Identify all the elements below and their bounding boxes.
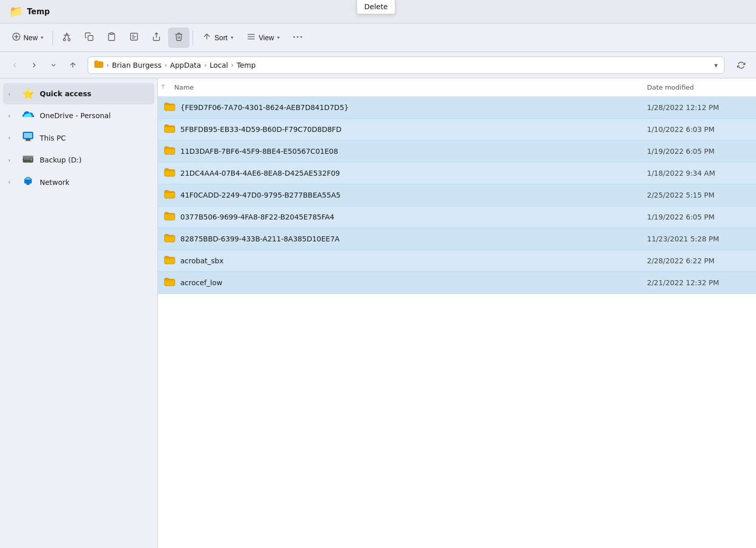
path-sep-1: › (165, 62, 167, 69)
path-sep-2: › (204, 62, 207, 69)
delete-icon (174, 32, 183, 43)
backup-label: Backup (D:) (40, 156, 82, 164)
rename-button[interactable] (123, 28, 145, 48)
delete-button[interactable] (168, 28, 190, 48)
svg-point-3 (63, 38, 66, 41)
cut-button[interactable] (56, 28, 77, 48)
file-row-name: 11D3DAFB-7BF6-45F9-8BE4-E50567C01E08 (180, 147, 639, 155)
toolbar-sep-2 (193, 31, 193, 45)
col-date-header[interactable]: Date modified (639, 81, 756, 93)
file-row-date: 2/25/2022 5:15 PM (639, 191, 756, 199)
file-row-date: 1/28/2022 12:12 PM (639, 103, 756, 112)
onedrive-icon (21, 109, 35, 122)
onedrive-label: OneDrive - Personal (40, 112, 111, 120)
sort-label: Sort (214, 34, 228, 42)
file-row[interactable]: 41F0CADD-2249-47D0-9795-B277BBEA55A52/25… (158, 184, 756, 206)
sidebar-item-this-pc[interactable]: › This PC (3, 127, 154, 149)
svg-point-28 (28, 179, 29, 180)
file-rows-container: {FE9D7F06-7A70-4301-8624-AEB7D841D7D5}1/… (158, 97, 756, 294)
svg-rect-21 (25, 141, 31, 141)
file-area: Name Date modified {FE9D7F06-7A70-4301-8… (158, 78, 756, 548)
network-label: Network (40, 178, 69, 186)
path-sep-3: › (231, 62, 234, 69)
main-layout: › ⭐ Quick access › OneDrive - Personal › (0, 78, 756, 548)
onedrive-chevron: › (8, 113, 16, 119)
network-chevron: › (8, 179, 16, 185)
folder-icon (158, 102, 180, 113)
file-row-name: {FE9D7F06-7A70-4301-8624-AEB7D841D7D5} (180, 103, 639, 112)
quick-access-icon: ⭐ (21, 88, 35, 100)
paste-button[interactable] (101, 28, 122, 48)
sort-chevron: ▾ (231, 35, 233, 40)
back-button[interactable] (6, 57, 23, 74)
file-row[interactable]: 82875BBD-6399-433B-A211-8A385D10EE7A11/2… (158, 228, 756, 250)
quick-access-chevron: › (8, 91, 16, 97)
file-row[interactable]: 21DC4AA4-07B4-4AE6-8EA8-D425AE532F091/18… (158, 162, 756, 184)
view-icon (247, 32, 256, 43)
new-icon (12, 33, 20, 43)
file-row-date: 11/23/2021 5:28 PM (639, 235, 756, 243)
cut-icon (62, 32, 71, 43)
sidebar-item-network[interactable]: › Network (3, 171, 154, 193)
svg-rect-25 (23, 156, 33, 158)
title-bar-folder-icon: 📁 (9, 5, 23, 18)
recent-button[interactable] (45, 57, 62, 74)
file-row[interactable]: acrobat_sbx2/28/2022 6:22 PM (158, 250, 756, 272)
file-row[interactable]: 5FBFDB95-EB33-4D59-B60D-F79C70D8D8FD1/10… (158, 119, 756, 141)
address-bar: › Brian Burgess › AppData › Local › Temp… (0, 52, 756, 78)
sort-icon (202, 32, 211, 43)
share-button[interactable] (146, 28, 167, 48)
file-row-name: 5FBFDB95-EB33-4D59-B60D-F79C70D8D8FD (180, 125, 639, 133)
quick-access-label: Quick access (40, 90, 91, 98)
path-sep-0: › (106, 62, 109, 69)
new-button[interactable]: New ▾ (6, 28, 49, 48)
file-row-name: acrocef_low (180, 279, 639, 287)
view-button[interactable]: View ▾ (240, 28, 286, 48)
address-path[interactable]: › Brian Burgess › AppData › Local › Temp… (88, 57, 724, 74)
svg-line-6 (67, 33, 69, 38)
folder-icon (158, 255, 180, 266)
file-row[interactable]: {FE9D7F06-7A70-4301-8624-AEB7D841D7D5}1/… (158, 97, 756, 119)
path-item-0: Brian Burgess (112, 61, 161, 69)
file-row-name: 41F0CADD-2249-47D0-9795-B277BBEA55A5 (180, 191, 639, 199)
address-dropdown-icon: ▾ (714, 61, 718, 69)
folder-icon (158, 277, 180, 288)
copy-button[interactable] (78, 28, 100, 48)
backup-chevron: › (8, 157, 16, 163)
folder-icon (158, 168, 180, 179)
file-row-date: 1/19/2022 6:05 PM (639, 213, 756, 221)
file-row-date: 2/21/2022 12:32 PM (639, 279, 756, 287)
svg-line-5 (65, 33, 67, 38)
address-folder-icon (94, 60, 103, 70)
title-bar: 📁 Temp (0, 0, 756, 23)
more-icon: ··· (293, 32, 304, 43)
file-row[interactable]: 0377B506-9699-4FA8-8F22-B2045E785FA41/19… (158, 206, 756, 228)
sidebar: › ⭐ Quick access › OneDrive - Personal › (0, 78, 158, 548)
more-button[interactable]: ··· (287, 28, 310, 48)
forward-button[interactable] (25, 57, 43, 74)
sidebar-item-backup[interactable]: › Backup (D:) (3, 149, 154, 171)
svg-rect-23 (24, 158, 32, 159)
file-row-name: 21DC4AA4-07B4-4AE6-8EA8-D425AE532F09 (180, 169, 639, 177)
new-label: New (23, 34, 38, 42)
paste-icon (107, 32, 116, 43)
sidebar-item-quick-access[interactable]: › ⭐ Quick access (3, 83, 154, 104)
toolbar: Delete New ▾ (0, 23, 756, 52)
sidebar-item-onedrive[interactable]: › OneDrive - Personal (3, 105, 154, 126)
this-pc-label: This PC (40, 134, 66, 142)
rename-icon (129, 32, 139, 43)
svg-point-4 (68, 38, 70, 41)
view-chevron: ▾ (277, 35, 280, 40)
up-button[interactable] (64, 57, 82, 74)
file-row-name: acrobat_sbx (180, 257, 639, 265)
refresh-button[interactable] (733, 57, 750, 74)
col-name-header[interactable]: Name (168, 81, 639, 93)
sort-button[interactable]: Sort ▾ (196, 28, 239, 48)
svg-rect-8 (88, 35, 93, 40)
file-row[interactable]: acrocef_low2/21/2022 12:32 PM (158, 272, 756, 294)
svg-rect-27 (24, 180, 32, 183)
file-row[interactable]: 11D3DAFB-7BF6-45F9-8BE4-E50567C01E081/19… (158, 141, 756, 162)
file-row-name: 0377B506-9699-4FA8-8F22-B2045E785FA4 (180, 213, 639, 221)
backup-icon (21, 154, 35, 166)
folder-icon (158, 124, 180, 135)
